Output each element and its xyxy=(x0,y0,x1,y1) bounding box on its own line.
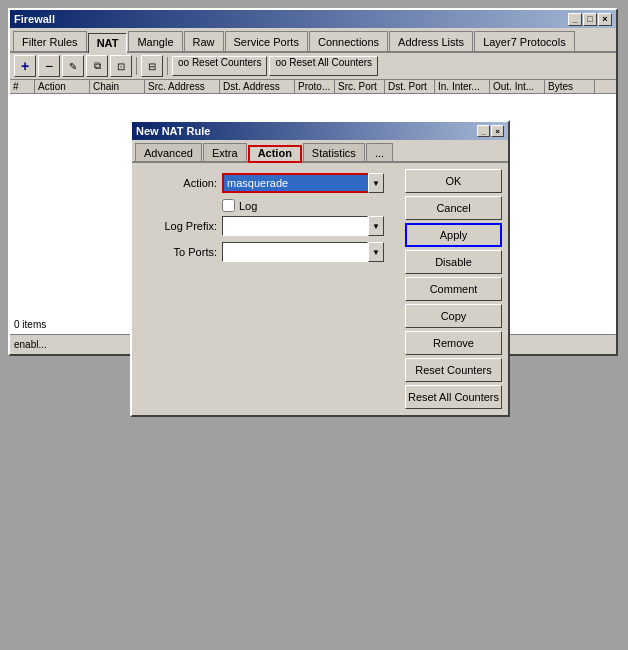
log-checkbox[interactable] xyxy=(222,199,235,212)
log-prefix-input-wrapper: ▼ xyxy=(222,216,384,236)
col-dst-port: Dst. Port xyxy=(385,80,435,93)
tab-layer7-protocols[interactable]: Layer7 Protocols xyxy=(474,31,575,51)
nat-rule-modal: New NAT Rule _ × Advanced Extra Action S… xyxy=(130,120,510,417)
reset-counters-toolbar-button[interactable]: oo Reset Counters xyxy=(172,56,267,76)
ok-button[interactable]: OK xyxy=(405,169,502,193)
tab-raw[interactable]: Raw xyxy=(184,31,224,51)
to-ports-label: To Ports: xyxy=(147,246,217,258)
log-prefix-label: Log Prefix: xyxy=(147,220,217,232)
col-chain: Chain xyxy=(90,80,145,93)
modal-tab-advanced[interactable]: Advanced xyxy=(135,143,202,161)
col-num: # xyxy=(10,80,35,93)
apply-button[interactable]: Apply xyxy=(405,223,502,247)
modal-title-bar: New NAT Rule _ × xyxy=(132,122,508,140)
action-select-display[interactable]: masquerade xyxy=(222,173,384,193)
col-dst-address: Dst. Address xyxy=(220,80,295,93)
tab-bar: Filter Rules NAT Mangle Raw Service Port… xyxy=(10,28,616,53)
comment-button[interactable]: Comment xyxy=(405,277,502,301)
remove-button[interactable]: Remove xyxy=(405,331,502,355)
copy-tool-button[interactable]: ⧉ xyxy=(86,55,108,77)
title-bar: Firewall _ □ × xyxy=(10,10,616,28)
modal-form: Action: masquerade ▼ Log Log Prefix: xyxy=(132,163,399,415)
to-ports-arrow[interactable]: ▼ xyxy=(368,242,384,262)
cancel-button[interactable]: Cancel xyxy=(405,196,502,220)
modal-overlay: New NAT Rule _ × Advanced Extra Action S… xyxy=(130,120,510,417)
reset-counters-button[interactable]: Reset Counters xyxy=(405,358,502,382)
tab-filter-rules[interactable]: Filter Rules xyxy=(13,31,87,51)
action-select-wrapper: masquerade ▼ xyxy=(222,173,384,193)
status-text: enabl... xyxy=(14,339,47,350)
modal-title: New NAT Rule xyxy=(136,125,210,137)
modal-tab-more[interactable]: ... xyxy=(366,143,393,161)
items-count: 0 items xyxy=(14,319,46,330)
to-ports-input[interactable] xyxy=(222,242,368,262)
modal-tab-bar: Advanced Extra Action Statistics ... xyxy=(132,140,508,163)
modal-tab-extra[interactable]: Extra xyxy=(203,143,247,161)
table-header: # Action Chain Src. Address Dst. Address… xyxy=(10,80,616,94)
minimize-button[interactable]: _ xyxy=(568,13,582,26)
modal-tab-statistics[interactable]: Statistics xyxy=(303,143,365,161)
col-in-inter: In. Inter... xyxy=(435,80,490,93)
paste-button[interactable]: ⊡ xyxy=(110,55,132,77)
col-out-int: Out. Int... xyxy=(490,80,545,93)
col-action: Action xyxy=(35,80,90,93)
window-title: Firewall xyxy=(14,13,55,25)
col-proto: Proto... xyxy=(295,80,335,93)
separator1 xyxy=(136,57,137,75)
modal-close-button[interactable]: × xyxy=(491,125,504,137)
tab-service-ports[interactable]: Service Ports xyxy=(225,31,308,51)
to-ports-row: To Ports: ▼ xyxy=(147,242,384,262)
modal-tab-action[interactable]: Action xyxy=(248,145,302,163)
maximize-button[interactable]: □ xyxy=(583,13,597,26)
disable-button[interactable]: Disable xyxy=(405,250,502,274)
col-bytes: Bytes xyxy=(545,80,595,93)
log-prefix-row: Log Prefix: ▼ xyxy=(147,216,384,236)
modal-body: Action: masquerade ▼ Log Log Prefix: xyxy=(132,163,508,415)
tab-nat[interactable]: NAT xyxy=(88,33,128,53)
modal-title-buttons: _ × xyxy=(477,125,504,137)
filter-button[interactable]: ⊟ xyxy=(141,55,163,77)
action-label: Action: xyxy=(147,177,217,189)
to-ports-input-wrapper: ▼ xyxy=(222,242,384,262)
modal-buttons: OK Cancel Apply Disable Comment Copy xyxy=(399,163,508,415)
log-row: Log xyxy=(147,199,384,212)
add-button[interactable]: + xyxy=(14,55,36,77)
modal-minimize-button[interactable]: _ xyxy=(477,125,490,137)
close-button[interactable]: × xyxy=(598,13,612,26)
action-select-arrow[interactable]: ▼ xyxy=(368,173,384,193)
log-prefix-input[interactable] xyxy=(222,216,368,236)
tab-connections[interactable]: Connections xyxy=(309,31,388,51)
reset-all-counters-button[interactable]: Reset All Counters xyxy=(405,385,502,409)
col-src-port: Src. Port xyxy=(335,80,385,93)
action-row: Action: masquerade ▼ xyxy=(147,173,384,193)
reset-all-counters-toolbar-button[interactable]: oo Reset All Counters xyxy=(269,56,378,76)
separator2 xyxy=(167,57,168,75)
copy-button[interactable]: Copy xyxy=(405,304,502,328)
toolbar: + − ✎ ⧉ ⊡ ⊟ oo Reset Counters oo Reset A… xyxy=(10,53,616,80)
tab-mangle[interactable]: Mangle xyxy=(128,31,182,51)
edit-button[interactable]: ✎ xyxy=(62,55,84,77)
log-label: Log xyxy=(239,200,257,212)
tab-address-lists[interactable]: Address Lists xyxy=(389,31,473,51)
log-prefix-arrow[interactable]: ▼ xyxy=(368,216,384,236)
title-bar-buttons: _ □ × xyxy=(568,13,612,26)
col-src-address: Src. Address xyxy=(145,80,220,93)
remove-button[interactable]: − xyxy=(38,55,60,77)
